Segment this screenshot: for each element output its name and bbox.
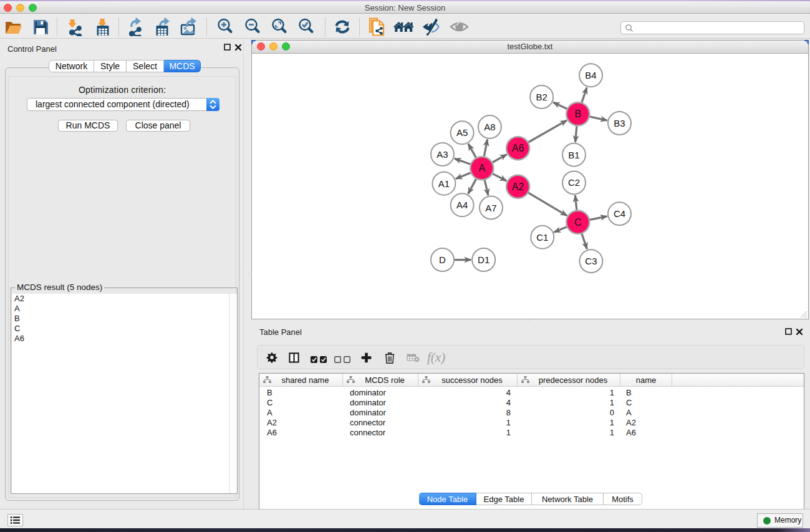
svg-text:D1: D1 (478, 254, 489, 265)
svg-text:C2: C2 (568, 177, 580, 188)
svg-text:C: C (574, 217, 582, 228)
svg-text:B1: B1 (568, 150, 579, 160)
svg-text:A1: A1 (438, 178, 450, 189)
svg-text:A8: A8 (484, 122, 495, 132)
svg-text:A: A (478, 163, 485, 173)
svg-text:A6: A6 (512, 143, 524, 153)
svg-text:A2: A2 (512, 181, 524, 192)
svg-text:C4: C4 (614, 208, 625, 219)
svg-text:A3: A3 (436, 149, 448, 160)
svg-text:D: D (439, 254, 446, 265)
svg-text:C1: C1 (536, 232, 548, 243)
svg-text:A5: A5 (456, 127, 468, 138)
svg-text:A4: A4 (456, 200, 468, 210)
svg-text:B2: B2 (536, 92, 547, 102)
svg-text:C3: C3 (585, 256, 597, 266)
svg-text:A7: A7 (485, 203, 496, 213)
svg-text:B: B (574, 109, 581, 119)
svg-text:B4: B4 (585, 70, 596, 80)
svg-text:B3: B3 (614, 118, 625, 128)
